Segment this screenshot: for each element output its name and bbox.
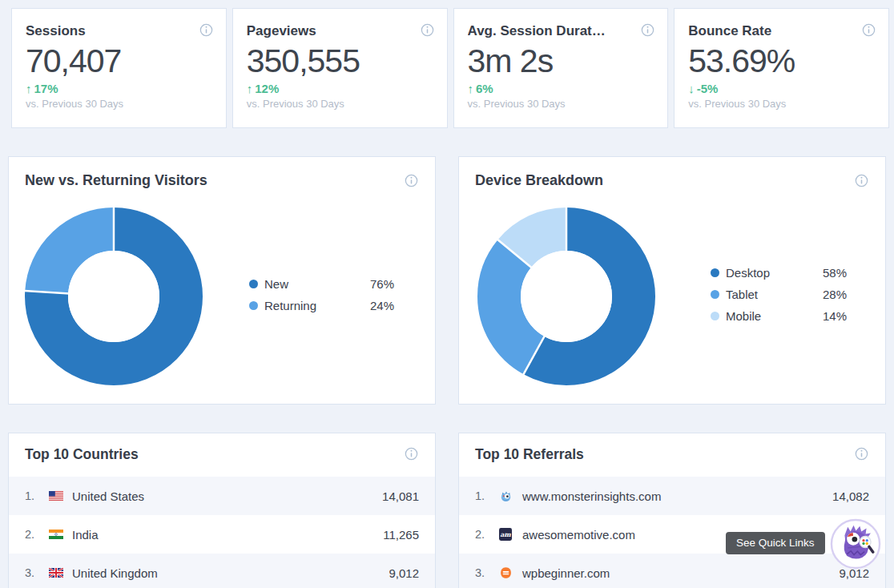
legend-dot-icon xyxy=(249,301,258,310)
analytics-dashboard: Sessions 70,407 ↑17% vs. Previous 30 Day… xyxy=(0,0,894,588)
legend-value: 76% xyxy=(370,277,394,291)
table-row: 3. wpbeginner.com 9,012 xyxy=(459,554,885,588)
row-value: 14,081 xyxy=(382,489,419,503)
flag-us-icon xyxy=(49,490,63,501)
stat-value: 53.69% xyxy=(688,43,876,79)
stat-card-pageviews: Pageviews 350,555 ↑12% vs. Previous 30 D… xyxy=(232,8,448,128)
device-breakdown-card: Device Breakdown Desktop 58% Tablet 28% … xyxy=(458,156,886,405)
legend-value: 24% xyxy=(370,299,394,312)
referral-domain: wpbeginner.com xyxy=(522,566,839,580)
stat-card-sessions: Sessions 70,407 ↑17% vs. Previous 30 Day… xyxy=(11,8,227,128)
row-value: 14,082 xyxy=(832,489,869,503)
country-name: United States xyxy=(72,489,382,503)
legend-label: New xyxy=(264,277,370,291)
flag-uk-icon xyxy=(49,567,63,578)
new-vs-returning-card: New vs. Returning Visitors New 76% Retur… xyxy=(8,156,436,405)
legend-dot-icon xyxy=(711,312,719,320)
chart-title: New vs. Returning Visitors xyxy=(25,172,207,189)
info-icon[interactable] xyxy=(421,23,434,37)
legend-item-desktop: Desktop 58% xyxy=(711,262,847,284)
info-icon[interactable] xyxy=(405,174,418,187)
table-row: 2. India 11,265 xyxy=(9,515,435,554)
svg-text:am: am xyxy=(500,530,511,538)
legend-dot-icon xyxy=(249,280,258,288)
stat-change-percent: 6% xyxy=(476,82,493,95)
stat-change: ↓-5% xyxy=(688,82,876,95)
row-rank: 3. xyxy=(25,566,49,579)
stat-value: 3m 2s xyxy=(468,43,655,79)
stat-change: ↑17% xyxy=(26,82,213,95)
table-header: Top 10 Referrals xyxy=(459,433,885,477)
info-icon[interactable] xyxy=(641,23,654,37)
stat-title: Sessions xyxy=(26,23,199,39)
table-title: Top 10 Referrals xyxy=(475,446,584,463)
stat-change: ↑12% xyxy=(247,82,434,95)
flag-india-icon xyxy=(49,529,63,540)
row-rank: 1. xyxy=(25,489,49,502)
favicon-monsterinsights-icon xyxy=(499,490,513,501)
row-rank: 1. xyxy=(475,489,499,502)
stat-change-percent: 12% xyxy=(255,82,279,95)
stat-compare-label: vs. Previous 30 Days xyxy=(468,98,655,110)
visitors-donut-chart[interactable] xyxy=(25,207,203,385)
info-icon[interactable] xyxy=(862,23,876,37)
info-icon[interactable] xyxy=(199,23,213,37)
legend-dot-icon xyxy=(711,268,719,277)
legend-item-returning: Returning 24% xyxy=(249,295,394,316)
trend-up-icon: ↑ xyxy=(26,82,32,95)
stat-compare-label: vs. Previous 30 Days xyxy=(26,98,213,110)
country-name: United Kingdom xyxy=(72,566,389,580)
stat-title: Avg. Session Durat… xyxy=(468,23,642,39)
stat-card-header: Bounce Rate xyxy=(688,23,876,39)
legend-item-mobile: Mobile 14% xyxy=(711,305,847,327)
trend-up-icon: ↑ xyxy=(468,82,474,95)
legend-dot-icon xyxy=(711,290,719,299)
stat-card-header: Pageviews xyxy=(247,23,434,39)
country-name: India xyxy=(72,528,383,542)
stat-card-avg-session-duration: Avg. Session Durat… 3m 2s ↑6% vs. Previo… xyxy=(453,8,669,128)
table-row: 3. United Kingdom 9,012 xyxy=(9,554,435,588)
stat-compare-label: vs. Previous 30 Days xyxy=(247,98,434,110)
stat-title: Pageviews xyxy=(247,23,421,39)
chart-legend: Desktop 58% Tablet 28% Mobile 14% xyxy=(711,262,847,327)
quick-links-mascot-button[interactable] xyxy=(830,518,881,570)
stats-row: Sessions 70,407 ↑17% vs. Previous 30 Day… xyxy=(11,8,889,128)
legend-label: Tablet xyxy=(726,288,823,301)
row-rank: 2. xyxy=(475,528,499,541)
legend-label: Mobile xyxy=(726,309,823,323)
row-value: 9,012 xyxy=(389,566,419,580)
stat-value: 350,555 xyxy=(247,43,434,79)
legend-item-tablet: Tablet 28% xyxy=(711,284,847,305)
stat-card-bounce-rate: Bounce Rate 53.69% ↓-5% vs. Previous 30 … xyxy=(674,8,889,128)
row-rank: 2. xyxy=(25,528,49,541)
see-quick-links-tooltip[interactable]: See Quick Links xyxy=(726,532,825,554)
row-value: 11,265 xyxy=(383,528,419,542)
legend-label: Returning xyxy=(264,299,370,312)
favicon-awesomemotive-icon: am xyxy=(499,529,513,540)
chart-title: Device Breakdown xyxy=(475,172,603,189)
info-icon[interactable] xyxy=(855,447,868,461)
chart-legend: New 76% Returning 24% xyxy=(249,273,394,316)
top-referrals-card: Top 10 Referrals 1. www.monsterinsights.… xyxy=(458,433,886,588)
stat-card-header: Sessions xyxy=(26,23,213,39)
table-row: 1. www.monsterinsights.com 14,082 xyxy=(459,477,885,515)
legend-value: 58% xyxy=(823,266,847,280)
trend-up-icon: ↑ xyxy=(247,82,253,95)
stat-change-percent: 17% xyxy=(34,82,58,95)
referral-domain: www.monsterinsights.com xyxy=(522,489,832,503)
stat-change-percent: -5% xyxy=(697,82,719,95)
device-donut-chart[interactable] xyxy=(477,207,655,385)
table-header: Top 10 Countries xyxy=(9,433,435,477)
info-icon[interactable] xyxy=(405,447,418,461)
info-icon[interactable] xyxy=(855,174,868,187)
top-countries-card: Top 10 Countries 1. United States 14,081… xyxy=(8,433,436,588)
monsterinsights-mascot-icon xyxy=(830,518,881,570)
trend-down-icon: ↓ xyxy=(688,82,695,95)
stat-card-header: Avg. Session Durat… xyxy=(468,23,655,39)
legend-value: 28% xyxy=(823,288,847,301)
legend-item-new: New 76% xyxy=(249,273,394,295)
stat-change: ↑6% xyxy=(468,82,655,95)
legend-label: Desktop xyxy=(726,266,823,280)
favicon-wpbeginner-icon xyxy=(499,567,513,578)
stat-value: 70,407 xyxy=(26,43,213,79)
